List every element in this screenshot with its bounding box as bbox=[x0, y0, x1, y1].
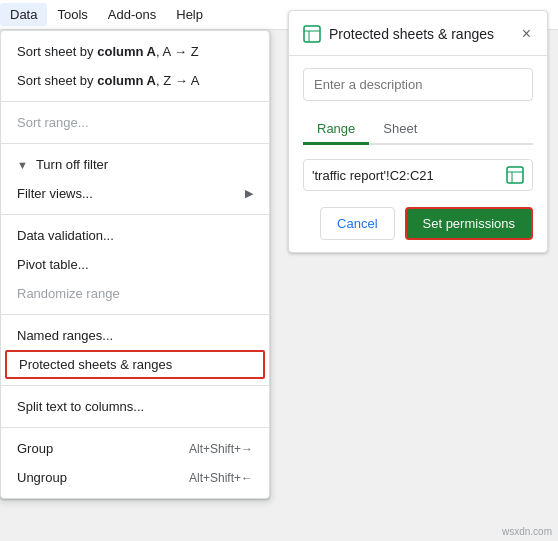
turn-off-filter-item[interactable]: ▼ Turn off filter bbox=[1, 150, 269, 179]
menu-item-addons[interactable]: Add-ons bbox=[98, 3, 166, 26]
randomize-range-item: Randomize range bbox=[1, 279, 269, 308]
data-validation-label: Data validation... bbox=[17, 228, 114, 243]
divider-2 bbox=[1, 143, 269, 144]
button-row: Cancel Set permissions bbox=[303, 207, 533, 240]
set-permissions-button[interactable]: Set permissions bbox=[405, 207, 533, 240]
sort-az-label: Sort sheet by column A, A → Z bbox=[17, 44, 199, 59]
ungroup-shortcut: Alt+Shift+← bbox=[189, 471, 253, 485]
range-value: 'traffic report'!C2:C21 bbox=[312, 168, 506, 183]
sort-range-label: Sort range... bbox=[17, 115, 89, 130]
panel-close-button[interactable]: × bbox=[520, 23, 533, 45]
divider-4 bbox=[1, 314, 269, 315]
data-validation-item[interactable]: Data validation... bbox=[1, 221, 269, 250]
filter-views-label: Filter views... bbox=[17, 186, 93, 201]
filter-views-item[interactable]: Filter views... ▶ bbox=[1, 179, 269, 208]
menu-item-help[interactable]: Help bbox=[166, 3, 213, 26]
panel-tabs: Range Sheet bbox=[303, 115, 533, 145]
ungroup-label: Ungroup bbox=[17, 470, 67, 485]
range-grid-icon[interactable] bbox=[506, 166, 524, 184]
pivot-table-label: Pivot table... bbox=[17, 257, 89, 272]
panel-header: Protected sheets & ranges × bbox=[289, 11, 547, 56]
chevron-right-icon: ▶ bbox=[245, 187, 253, 200]
cancel-button[interactable]: Cancel bbox=[320, 207, 394, 240]
protected-sheets-label: Protected sheets & ranges bbox=[19, 357, 172, 372]
turn-off-filter-icon-group: ▼ Turn off filter bbox=[17, 157, 108, 172]
divider-3 bbox=[1, 214, 269, 215]
named-ranges-item[interactable]: Named ranges... bbox=[1, 321, 269, 350]
sort-az-item[interactable]: Sort sheet by column A, A → Z bbox=[1, 37, 269, 66]
sort-range-item: Sort range... bbox=[1, 108, 269, 137]
svg-rect-0 bbox=[304, 26, 320, 42]
menu-item-tools[interactable]: Tools bbox=[47, 3, 97, 26]
split-text-label: Split text to columns... bbox=[17, 399, 144, 414]
protected-sheets-panel: Protected sheets & ranges × Range Sheet … bbox=[288, 10, 548, 253]
svg-rect-3 bbox=[507, 167, 523, 183]
protected-sheets-item[interactable]: Protected sheets & ranges bbox=[5, 350, 265, 379]
panel-body: Range Sheet 'traffic report'!C2:C21 Canc… bbox=[289, 56, 547, 252]
divider-5 bbox=[1, 385, 269, 386]
group-shortcut: Alt+Shift+→ bbox=[189, 442, 253, 456]
sort-za-label: Sort sheet by column A, Z → A bbox=[17, 73, 199, 88]
panel-sheets-icon bbox=[303, 25, 321, 43]
group-item[interactable]: Group Alt+Shift+→ bbox=[1, 434, 269, 463]
panel-title: Protected sheets & ranges bbox=[329, 26, 520, 42]
dropdown-body: Sort sheet by column A, A → Z Sort sheet… bbox=[0, 30, 270, 499]
turn-off-filter-label: Turn off filter bbox=[36, 157, 108, 172]
tab-sheet[interactable]: Sheet bbox=[369, 115, 431, 145]
description-input[interactable] bbox=[303, 68, 533, 101]
watermark: wsxdn.com bbox=[502, 526, 552, 537]
divider-6 bbox=[1, 427, 269, 428]
randomize-range-label: Randomize range bbox=[17, 286, 120, 301]
split-text-item[interactable]: Split text to columns... bbox=[1, 392, 269, 421]
sort-za-item[interactable]: Sort sheet by column A, Z → A bbox=[1, 66, 269, 95]
dropdown-menu: Sort sheet by column A, A → Z Sort sheet… bbox=[0, 30, 270, 499]
filter-icon: ▼ bbox=[17, 159, 28, 171]
group-label: Group bbox=[17, 441, 53, 456]
ungroup-item[interactable]: Ungroup Alt+Shift+← bbox=[1, 463, 269, 492]
range-input-row: 'traffic report'!C2:C21 bbox=[303, 159, 533, 191]
pivot-table-item[interactable]: Pivot table... bbox=[1, 250, 269, 279]
tab-range[interactable]: Range bbox=[303, 115, 369, 145]
named-ranges-label: Named ranges... bbox=[17, 328, 113, 343]
menu-item-data[interactable]: Data bbox=[0, 3, 47, 26]
divider-1 bbox=[1, 101, 269, 102]
